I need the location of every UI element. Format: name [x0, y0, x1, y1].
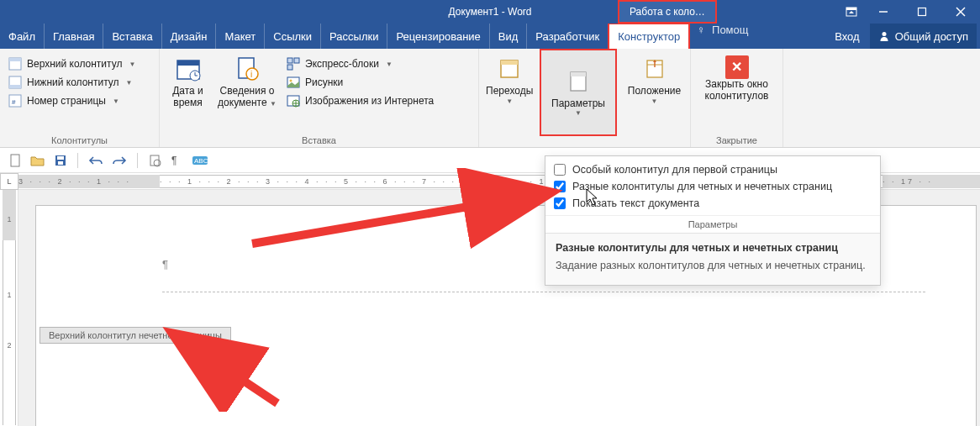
group-navigation: Переходы ▼ [479, 49, 538, 147]
svg-text:¶: ¶ [171, 155, 177, 166]
header-boundary [162, 292, 925, 292]
quick-parts-button[interactable]: Экспресс-блоки ▼ [283, 55, 437, 72]
parameters-label: Параметры [551, 98, 605, 110]
ruler-right-margin: · · 17 · · [883, 175, 980, 188]
vertical-ruler[interactable]: 1 1 2 [0, 190, 18, 426]
picture-icon [287, 76, 300, 89]
tab-layout[interactable]: Макет [216, 24, 265, 49]
chevron-down-icon: ▼ [126, 79, 133, 87]
undo-icon[interactable] [88, 155, 103, 166]
svg-rect-37 [57, 156, 64, 160]
new-doc-icon[interactable] [8, 154, 22, 167]
tooltip-panel: Разные колонтитулы для четных и нечетных… [545, 233, 880, 285]
chevron-down-icon: ▼ [113, 97, 119, 105]
close-icon[interactable] [941, 0, 980, 24]
pictures-label: Рисунки [305, 76, 343, 88]
svg-rect-8 [9, 58, 21, 61]
minimize-icon[interactable] [864, 0, 903, 24]
svg-rect-21 [287, 58, 292, 63]
svg-rect-3 [919, 8, 926, 16]
open-icon[interactable] [30, 154, 45, 167]
footer-label: Нижний колонтитул [27, 76, 119, 88]
svg-point-25 [290, 80, 292, 82]
option-odd-even[interactable]: Разные колонтитулы для четных и нечетных… [554, 178, 872, 195]
svg-rect-14 [177, 60, 199, 66]
sign-in-link[interactable]: Вход [828, 30, 866, 43]
tooltip-title: Разные колонтитулы для четных и нечетных… [556, 242, 870, 254]
chevron-down-icon: ▼ [651, 97, 658, 105]
save-icon[interactable] [54, 154, 67, 167]
chevron-down-icon: ▼ [506, 97, 513, 105]
position-label: Положение [628, 86, 681, 97]
tab-references[interactable]: Ссылки [265, 24, 321, 49]
header-button[interactable]: Верхний колонтитул ▼ [5, 55, 139, 72]
show-hide-icon[interactable]: ¶ [170, 154, 183, 167]
page-number-label: Номер страницы [27, 95, 106, 107]
transitions-button[interactable]: Переходы ▼ [484, 52, 535, 134]
tab-selector[interactable]: L [0, 173, 18, 190]
footer-button[interactable]: Нижний колонтитул ▼ [5, 74, 139, 91]
close-hf-button[interactable]: ✕ Закрыть окно колонтитулов [696, 52, 777, 134]
position-button[interactable]: Положение ▼ [624, 52, 685, 134]
tab-design[interactable]: Дизайн [162, 24, 217, 49]
ribbon-display-options-icon[interactable] [839, 0, 864, 24]
tab-designer[interactable]: Конструктор [608, 23, 690, 49]
ribbon-tabs: Файл Главная Вставка Дизайн Макет Ссылки… [0, 24, 980, 49]
group-parameters: Параметры ▼ [538, 49, 619, 147]
tab-mailings[interactable]: Рассылки [321, 24, 387, 49]
popover-section-label: Параметры [545, 215, 880, 233]
group-close: ✕ Закрыть окно колонтитулов Закрытие [691, 49, 783, 147]
date-time-label-1: Дата и [172, 86, 203, 97]
calendar-icon [175, 55, 202, 82]
svg-rect-31 [571, 72, 586, 76]
pictures-button[interactable]: Рисунки [283, 74, 437, 91]
group-insert-label: Вставка [165, 134, 473, 145]
option-show-doc[interactable]: Показать текст документа [554, 195, 872, 212]
page-number-button[interactable]: # Номер страницы ▼ [5, 92, 139, 109]
odd-even-checkbox[interactable] [554, 181, 566, 192]
chevron-down-icon: ▼ [270, 100, 277, 108]
svg-text:#: # [12, 98, 16, 106]
tell-me-icon[interactable]: ♀ [697, 24, 705, 49]
header-label: Верхний колонтитул [27, 58, 122, 70]
tab-file[interactable]: Файл [0, 24, 45, 49]
close-hf-label-2: колонтитулов [705, 91, 769, 103]
tab-view[interactable]: Вид [490, 24, 528, 49]
ribbon: Верхний колонтитул ▼ Нижний колонтитул ▼… [0, 49, 980, 148]
tab-insert[interactable]: Вставка [103, 24, 161, 49]
doc-info-label-1: Сведения о [220, 86, 275, 97]
share-button[interactable]: Общий доступ [870, 24, 977, 49]
tab-home[interactable]: Главная [45, 24, 103, 49]
online-pictures-label: Изображения из Интернета [305, 95, 434, 107]
group-headers-footers: Верхний колонтитул ▼ Нижний колонтитул ▼… [0, 49, 160, 147]
svg-rect-23 [287, 65, 292, 70]
doc-info-button[interactable]: i Сведения о документе ▼ [214, 52, 280, 134]
window-controls [839, 0, 980, 24]
option-first-page[interactable]: Особый колонтитул для первой страницы [554, 161, 872, 178]
online-pictures-button[interactable]: Изображения из Интернета [283, 92, 437, 109]
svg-rect-35 [11, 155, 19, 166]
maximize-icon[interactable] [903, 0, 941, 24]
header-tag: Верхний колонтитул нечетной страницы [40, 327, 231, 344]
first-page-checkbox[interactable] [554, 164, 566, 176]
print-preview-icon[interactable] [148, 154, 161, 167]
parameters-icon [565, 68, 592, 95]
doc-info-label-2: документе [218, 97, 267, 108]
first-page-label: Особый колонтитул для первой страницы [572, 164, 777, 176]
close-x-icon: ✕ [725, 55, 749, 79]
tab-review[interactable]: Рецензирование [387, 24, 489, 49]
date-time-button[interactable]: Дата и время [165, 52, 211, 134]
tell-me-label[interactable]: Помощ [705, 24, 755, 49]
parameters-button[interactable]: Параметры ▼ [540, 49, 617, 136]
group-position: Положение ▼ [619, 49, 691, 147]
svg-rect-22 [294, 58, 299, 63]
spelling-icon[interactable]: ABC [192, 154, 208, 167]
header-icon [8, 57, 22, 71]
show-doc-checkbox[interactable] [554, 197, 566, 209]
chevron-down-icon: ▼ [129, 60, 135, 68]
redo-icon[interactable] [112, 155, 127, 166]
tab-developer[interactable]: Разработчик [527, 24, 608, 49]
quick-parts-label: Экспресс-блоки [305, 58, 379, 70]
chevron-down-icon: ▼ [386, 60, 393, 68]
svg-rect-29 [501, 60, 518, 65]
